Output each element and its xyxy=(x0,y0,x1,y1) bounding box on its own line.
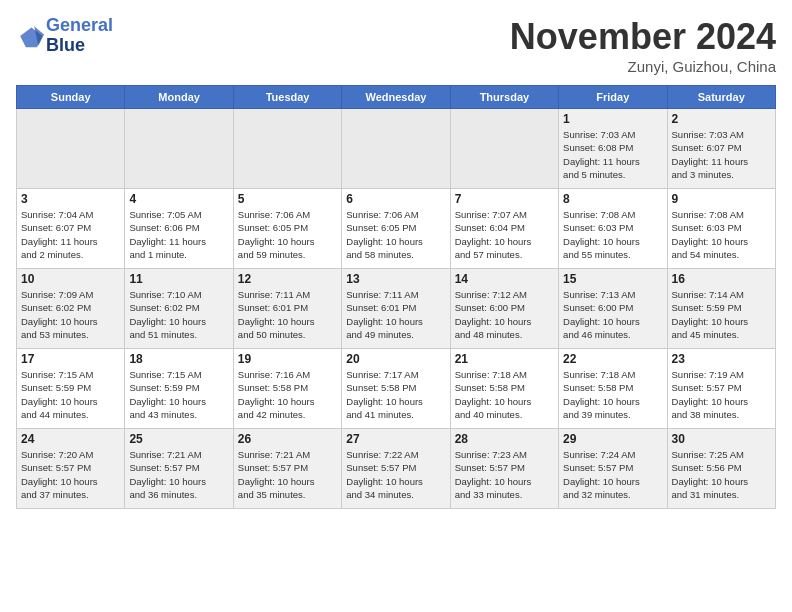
day-info: Sunrise: 7:25 AMSunset: 5:56 PMDaylight:… xyxy=(672,448,771,501)
logo-text: General Blue xyxy=(46,16,113,56)
day-number: 14 xyxy=(455,272,554,286)
day-info: Sunrise: 7:24 AMSunset: 5:57 PMDaylight:… xyxy=(563,448,662,501)
calendar-week-1: 3Sunrise: 7:04 AMSunset: 6:07 PMDaylight… xyxy=(17,189,776,269)
day-info: Sunrise: 7:13 AMSunset: 6:00 PMDaylight:… xyxy=(563,288,662,341)
weekday-header-friday: Friday xyxy=(559,86,667,109)
day-number: 21 xyxy=(455,352,554,366)
day-info: Sunrise: 7:07 AMSunset: 6:04 PMDaylight:… xyxy=(455,208,554,261)
day-info: Sunrise: 7:04 AMSunset: 6:07 PMDaylight:… xyxy=(21,208,120,261)
calendar: SundayMondayTuesdayWednesdayThursdayFrid… xyxy=(16,85,776,509)
day-number: 5 xyxy=(238,192,337,206)
calendar-cell: 29Sunrise: 7:24 AMSunset: 5:57 PMDayligh… xyxy=(559,429,667,509)
calendar-cell: 4Sunrise: 7:05 AMSunset: 6:06 PMDaylight… xyxy=(125,189,233,269)
day-number: 10 xyxy=(21,272,120,286)
day-number: 25 xyxy=(129,432,228,446)
day-number: 3 xyxy=(21,192,120,206)
day-number: 19 xyxy=(238,352,337,366)
calendar-cell: 8Sunrise: 7:08 AMSunset: 6:03 PMDaylight… xyxy=(559,189,667,269)
day-number: 27 xyxy=(346,432,445,446)
calendar-cell: 16Sunrise: 7:14 AMSunset: 5:59 PMDayligh… xyxy=(667,269,775,349)
calendar-cell: 3Sunrise: 7:04 AMSunset: 6:07 PMDaylight… xyxy=(17,189,125,269)
day-info: Sunrise: 7:21 AMSunset: 5:57 PMDaylight:… xyxy=(238,448,337,501)
calendar-cell: 22Sunrise: 7:18 AMSunset: 5:58 PMDayligh… xyxy=(559,349,667,429)
day-info: Sunrise: 7:23 AMSunset: 5:57 PMDaylight:… xyxy=(455,448,554,501)
day-info: Sunrise: 7:11 AMSunset: 6:01 PMDaylight:… xyxy=(346,288,445,341)
calendar-cell: 30Sunrise: 7:25 AMSunset: 5:56 PMDayligh… xyxy=(667,429,775,509)
day-number: 20 xyxy=(346,352,445,366)
day-info: Sunrise: 7:06 AMSunset: 6:05 PMDaylight:… xyxy=(346,208,445,261)
calendar-cell: 17Sunrise: 7:15 AMSunset: 5:59 PMDayligh… xyxy=(17,349,125,429)
day-info: Sunrise: 7:21 AMSunset: 5:57 PMDaylight:… xyxy=(129,448,228,501)
day-info: Sunrise: 7:12 AMSunset: 6:00 PMDaylight:… xyxy=(455,288,554,341)
calendar-week-0: 1Sunrise: 7:03 AMSunset: 6:08 PMDaylight… xyxy=(17,109,776,189)
logo-icon xyxy=(16,22,44,50)
calendar-cell xyxy=(342,109,450,189)
day-number: 4 xyxy=(129,192,228,206)
day-number: 23 xyxy=(672,352,771,366)
day-info: Sunrise: 7:18 AMSunset: 5:58 PMDaylight:… xyxy=(455,368,554,421)
day-info: Sunrise: 7:10 AMSunset: 6:02 PMDaylight:… xyxy=(129,288,228,341)
day-number: 30 xyxy=(672,432,771,446)
day-number: 17 xyxy=(21,352,120,366)
day-number: 15 xyxy=(563,272,662,286)
calendar-cell xyxy=(450,109,558,189)
calendar-cell: 12Sunrise: 7:11 AMSunset: 6:01 PMDayligh… xyxy=(233,269,341,349)
calendar-cell: 7Sunrise: 7:07 AMSunset: 6:04 PMDaylight… xyxy=(450,189,558,269)
calendar-cell: 18Sunrise: 7:15 AMSunset: 5:59 PMDayligh… xyxy=(125,349,233,429)
calendar-cell: 21Sunrise: 7:18 AMSunset: 5:58 PMDayligh… xyxy=(450,349,558,429)
day-number: 26 xyxy=(238,432,337,446)
calendar-cell: 23Sunrise: 7:19 AMSunset: 5:57 PMDayligh… xyxy=(667,349,775,429)
day-info: Sunrise: 7:17 AMSunset: 5:58 PMDaylight:… xyxy=(346,368,445,421)
day-info: Sunrise: 7:18 AMSunset: 5:58 PMDaylight:… xyxy=(563,368,662,421)
day-number: 12 xyxy=(238,272,337,286)
calendar-cell xyxy=(125,109,233,189)
day-number: 22 xyxy=(563,352,662,366)
calendar-week-4: 24Sunrise: 7:20 AMSunset: 5:57 PMDayligh… xyxy=(17,429,776,509)
location: Zunyi, Guizhou, China xyxy=(510,58,776,75)
weekday-header-monday: Monday xyxy=(125,86,233,109)
day-info: Sunrise: 7:16 AMSunset: 5:58 PMDaylight:… xyxy=(238,368,337,421)
title-block: November 2024 Zunyi, Guizhou, China xyxy=(510,16,776,75)
calendar-week-3: 17Sunrise: 7:15 AMSunset: 5:59 PMDayligh… xyxy=(17,349,776,429)
calendar-cell: 10Sunrise: 7:09 AMSunset: 6:02 PMDayligh… xyxy=(17,269,125,349)
weekday-header-sunday: Sunday xyxy=(17,86,125,109)
calendar-week-2: 10Sunrise: 7:09 AMSunset: 6:02 PMDayligh… xyxy=(17,269,776,349)
calendar-cell: 26Sunrise: 7:21 AMSunset: 5:57 PMDayligh… xyxy=(233,429,341,509)
calendar-cell: 6Sunrise: 7:06 AMSunset: 6:05 PMDaylight… xyxy=(342,189,450,269)
day-number: 1 xyxy=(563,112,662,126)
weekday-header-saturday: Saturday xyxy=(667,86,775,109)
day-info: Sunrise: 7:19 AMSunset: 5:57 PMDaylight:… xyxy=(672,368,771,421)
calendar-cell: 25Sunrise: 7:21 AMSunset: 5:57 PMDayligh… xyxy=(125,429,233,509)
weekday-header-tuesday: Tuesday xyxy=(233,86,341,109)
day-info: Sunrise: 7:14 AMSunset: 5:59 PMDaylight:… xyxy=(672,288,771,341)
day-number: 18 xyxy=(129,352,228,366)
day-info: Sunrise: 7:09 AMSunset: 6:02 PMDaylight:… xyxy=(21,288,120,341)
month-title: November 2024 xyxy=(510,16,776,58)
day-number: 6 xyxy=(346,192,445,206)
day-info: Sunrise: 7:08 AMSunset: 6:03 PMDaylight:… xyxy=(563,208,662,261)
calendar-cell: 19Sunrise: 7:16 AMSunset: 5:58 PMDayligh… xyxy=(233,349,341,429)
calendar-cell: 27Sunrise: 7:22 AMSunset: 5:57 PMDayligh… xyxy=(342,429,450,509)
calendar-cell: 11Sunrise: 7:10 AMSunset: 6:02 PMDayligh… xyxy=(125,269,233,349)
calendar-cell: 2Sunrise: 7:03 AMSunset: 6:07 PMDaylight… xyxy=(667,109,775,189)
calendar-cell xyxy=(17,109,125,189)
day-info: Sunrise: 7:15 AMSunset: 5:59 PMDaylight:… xyxy=(21,368,120,421)
calendar-cell: 15Sunrise: 7:13 AMSunset: 6:00 PMDayligh… xyxy=(559,269,667,349)
calendar-cell xyxy=(233,109,341,189)
day-number: 9 xyxy=(672,192,771,206)
day-number: 2 xyxy=(672,112,771,126)
day-info: Sunrise: 7:15 AMSunset: 5:59 PMDaylight:… xyxy=(129,368,228,421)
day-info: Sunrise: 7:11 AMSunset: 6:01 PMDaylight:… xyxy=(238,288,337,341)
day-number: 28 xyxy=(455,432,554,446)
weekday-header-wednesday: Wednesday xyxy=(342,86,450,109)
calendar-cell: 14Sunrise: 7:12 AMSunset: 6:00 PMDayligh… xyxy=(450,269,558,349)
day-info: Sunrise: 7:03 AMSunset: 6:08 PMDaylight:… xyxy=(563,128,662,181)
day-info: Sunrise: 7:03 AMSunset: 6:07 PMDaylight:… xyxy=(672,128,771,181)
day-number: 13 xyxy=(346,272,445,286)
page: General Blue November 2024 Zunyi, Guizho… xyxy=(0,0,792,612)
day-number: 8 xyxy=(563,192,662,206)
calendar-cell: 13Sunrise: 7:11 AMSunset: 6:01 PMDayligh… xyxy=(342,269,450,349)
calendar-header-row: SundayMondayTuesdayWednesdayThursdayFrid… xyxy=(17,86,776,109)
day-number: 29 xyxy=(563,432,662,446)
weekday-header-thursday: Thursday xyxy=(450,86,558,109)
